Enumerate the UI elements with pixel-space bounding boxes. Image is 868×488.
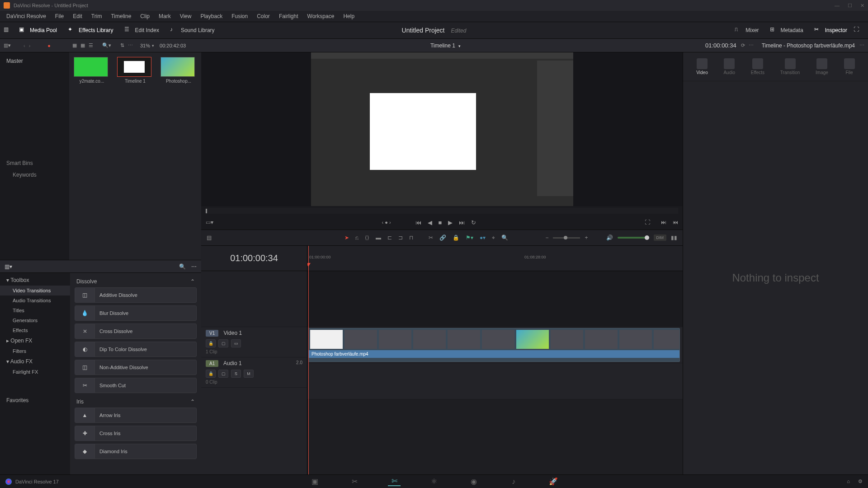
viewer-scrubber[interactable]: [206, 208, 678, 214]
menu-clip[interactable]: Clip: [136, 13, 154, 19]
viewer-mode-icon[interactable]: ▭▾: [206, 219, 213, 225]
fx-group-iris[interactable]: Iris⌃: [75, 396, 197, 408]
fx-cat-generators[interactable]: Generators: [0, 315, 70, 325]
fx-cat-toolbox[interactable]: ▾ Toolbox: [0, 275, 70, 286]
fx-cat-titles[interactable]: Titles: [0, 305, 70, 315]
record-icon[interactable]: ●: [47, 43, 51, 48]
menu-mark[interactable]: Mark: [154, 13, 175, 19]
dynamic-trim-icon[interactable]: ⟨⟩: [365, 235, 369, 241]
page-fusion[interactable]: ⚛: [428, 477, 440, 486]
fx-item[interactable]: ▲Arrow Iris: [75, 408, 197, 423]
page-color[interactable]: ◉: [467, 477, 480, 486]
fx-cat-openfx[interactable]: ▸ Open FX: [0, 335, 70, 346]
trim-tool-icon[interactable]: ⎌: [355, 235, 359, 241]
sound-library-button[interactable]: ♪ Sound Library: [165, 24, 219, 36]
menu-timeline[interactable]: Timeline: [106, 13, 136, 19]
clip-item[interactable]: Timeline 1: [117, 57, 153, 84]
menu-help[interactable]: Help: [339, 13, 359, 19]
zoom-in-icon[interactable]: +: [585, 235, 588, 241]
inspector-more-icon[interactable]: ⋯: [859, 42, 864, 48]
clip-item[interactable]: y2mate.co...: [74, 57, 110, 84]
media-pool-button[interactable]: ▣ Media Pool: [14, 24, 61, 36]
menu-file[interactable]: File: [51, 13, 68, 19]
fx-cat-audiofx[interactable]: ▾ Audio FX: [0, 356, 70, 367]
insert-icon[interactable]: ⊏: [387, 235, 392, 241]
inspector-tab-file[interactable]: File: [844, 58, 855, 75]
volume-icon[interactable]: 🔊: [606, 235, 613, 241]
first-frame-button[interactable]: ⏮: [415, 219, 421, 226]
fx-item[interactable]: ⤬Cross Dissolve: [75, 324, 197, 339]
video-track-header[interactable]: V1 Video 1 🔒 ▢ ▭ 1 Clip: [201, 327, 307, 357]
disable-track-button[interactable]: ▭: [231, 339, 241, 347]
mute-button[interactable]: M: [244, 370, 254, 378]
fx-cat-fairlightfx[interactable]: Fairlight FX: [0, 367, 70, 377]
zoom-out-icon[interactable]: −: [545, 235, 548, 241]
inspector-tab-transition[interactable]: Transition: [780, 58, 800, 75]
zoom-search-icon[interactable]: 🔍: [501, 235, 508, 241]
menu-color[interactable]: Color: [252, 13, 274, 19]
video-track-lane[interactable]: Photoshop farbverläufe.mp4: [307, 327, 683, 363]
fx-item[interactable]: 💧Blur Dissolve: [75, 305, 197, 321]
stop-button[interactable]: ■: [439, 219, 442, 226]
lock-track-button[interactable]: 🔒: [206, 370, 216, 378]
timeline-tracks[interactable]: 01:00:00:00 01:08:28:00 01:16:56:00 Phot…: [307, 246, 683, 474]
maximize-button[interactable]: ☐: [848, 3, 852, 9]
bin-keywords[interactable]: Keywords: [5, 169, 65, 181]
page-cut[interactable]: ✂: [348, 477, 361, 486]
nav-back-icon[interactable]: ‹: [24, 43, 25, 48]
fx-item[interactable]: ◫Additive Dissolve: [75, 287, 197, 303]
solo-button[interactable]: S: [231, 370, 241, 378]
menu-workspace[interactable]: Workspace: [303, 13, 339, 19]
marker-icon[interactable]: ●▾: [480, 235, 486, 241]
edit-index-button[interactable]: ☰ Edit Index: [120, 24, 164, 36]
menu-edit[interactable]: Edit: [68, 13, 87, 19]
grid-view-icon[interactable]: ▦: [80, 42, 85, 48]
fx-item[interactable]: ✚Cross Iris: [75, 426, 197, 441]
timeline-ruler[interactable]: 01:00:00:00 01:08:28:00 01:16:56:00: [307, 246, 683, 271]
timeline-view-icon[interactable]: ▤: [207, 235, 212, 241]
zoom-percent[interactable]: 31%: [140, 43, 150, 48]
fx-search-icon[interactable]: 🔍: [179, 263, 186, 270]
replace-icon[interactable]: ⊓: [409, 235, 413, 241]
video-clip[interactable]: Photoshop farbverläufe.mp4: [308, 328, 680, 362]
audio-track-lane[interactable]: [307, 363, 683, 399]
page-deliver[interactable]: 🚀: [547, 477, 560, 486]
clip-item[interactable]: Photoshop...: [160, 57, 197, 84]
inspector-tab-audio[interactable]: Audio: [723, 58, 735, 75]
overwrite-icon[interactable]: ⊐: [398, 235, 403, 241]
menu-fairlight[interactable]: Fairlight: [274, 13, 303, 19]
more-icon[interactable]: ⋯: [128, 42, 133, 48]
auto-select-button[interactable]: ▢: [218, 370, 228, 378]
fx-cat-video-transitions[interactable]: Video Transitions: [0, 286, 70, 296]
menu-davinci[interactable]: DaVinci Resolve: [2, 13, 51, 19]
zoom-slider[interactable]: [553, 237, 580, 239]
prev-edit-icon[interactable]: ⏮: [673, 219, 678, 225]
play-button[interactable]: ▶: [448, 219, 453, 226]
auto-select-button[interactable]: ▢: [218, 339, 228, 347]
fx-cat-favorites[interactable]: Favorites: [0, 395, 70, 406]
fx-cat-audio-transitions[interactable]: Audio Transitions: [0, 296, 70, 305]
fx-item[interactable]: ◫Non-Additive Dissolve: [75, 360, 197, 375]
inspector-tab-effects[interactable]: Effects: [751, 58, 764, 75]
fx-view-icon[interactable]: ▥▾: [5, 263, 12, 270]
fx-more-icon[interactable]: ⋯: [191, 263, 197, 270]
pool-view-icon[interactable]: ▥▾: [4, 42, 11, 48]
timeline-name-dropdown[interactable]: Timeline 1 ▾: [430, 42, 461, 49]
dim-button[interactable]: DIM: [654, 235, 667, 241]
link-icon[interactable]: 🔗: [439, 235, 446, 241]
next-frame-button[interactable]: ⏭: [459, 219, 465, 226]
list-view-icon[interactable]: ☰: [89, 42, 93, 48]
smart-bins-header[interactable]: Smart Bins: [5, 157, 65, 169]
next-edit-icon[interactable]: ⏭: [661, 219, 666, 225]
selection-tool-icon[interactable]: ➤: [344, 235, 349, 241]
loop-button[interactable]: ↻: [471, 219, 476, 226]
inspector-button[interactable]: ✂ Inspector: [810, 24, 852, 36]
match-frame-icon[interactable]: ‹ ● ›: [382, 220, 391, 225]
lock-icon[interactable]: 🔒: [453, 235, 459, 241]
viewer-more-icon[interactable]: ⋯: [749, 42, 754, 48]
search-icon[interactable]: 🔍▾: [102, 42, 111, 48]
page-edit[interactable]: ✄: [388, 477, 401, 486]
layout-icon[interactable]: ▥: [4, 26, 12, 34]
fullscreen-icon[interactable]: ⛶: [645, 219, 650, 225]
fx-item[interactable]: ◆Diamond Iris: [75, 444, 197, 459]
